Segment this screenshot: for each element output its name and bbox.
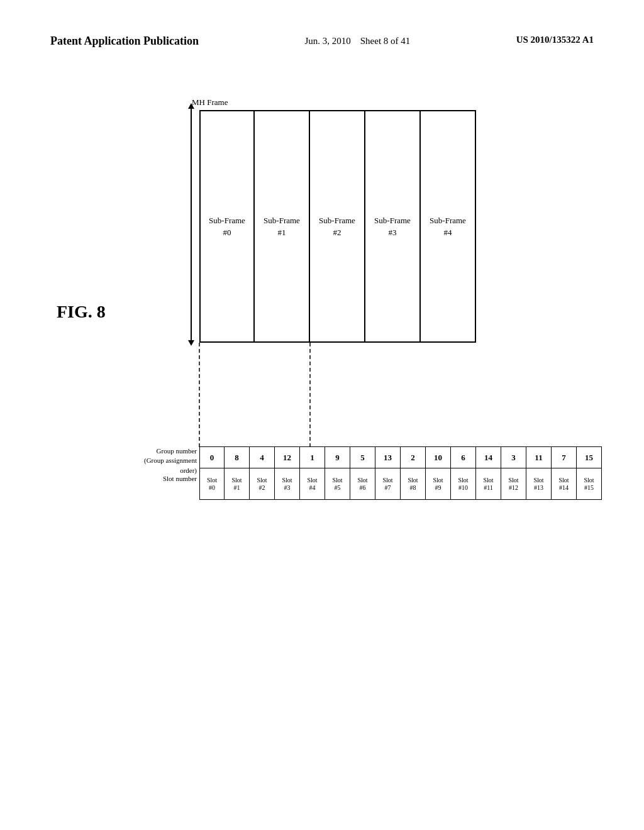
publication-date-sheet: Jun. 3, 2010 Sheet 8 of 41 — [304, 35, 410, 48]
slot-col-15: 15 Slot#15 — [577, 446, 602, 500]
publication-number: US 2010/135322 A1 — [516, 35, 594, 45]
slot-label-4: Slot#4 — [300, 468, 325, 500]
group-num-8: 2 — [401, 446, 426, 468]
publication-title: Patent Application Publication — [50, 35, 199, 48]
slot-label-8: Slot#8 — [401, 468, 426, 500]
slot-label-11: Slot#11 — [476, 468, 501, 500]
group-num-4: 1 — [300, 446, 325, 468]
group-num-9: 10 — [426, 446, 451, 468]
connector-svg — [123, 97, 594, 789]
group-num-1: 8 — [225, 446, 250, 468]
group-num-14: 7 — [552, 446, 577, 468]
slot-label-13: Slot#13 — [526, 468, 552, 500]
slot-label-0: Slot#0 — [199, 468, 225, 500]
diagram-container: MH Frame Sub-Frame#0 Sub-Frame#1 Sub-Fra… — [123, 97, 626, 789]
slot-label-1: Slot#1 — [225, 468, 250, 500]
slot-col-10: 6 Slot#10 — [451, 446, 476, 500]
slot-number-label: Slot number — [123, 475, 197, 482]
group-num-10: 6 — [451, 446, 476, 468]
slot-col-4: 1 Slot#4 — [300, 446, 325, 500]
group-num-0: 0 — [199, 446, 225, 468]
group-num-11: 14 — [476, 446, 501, 468]
group-num-5: 9 — [325, 446, 350, 468]
sheet-info: Sheet 8 of 41 — [360, 36, 411, 46]
group-num-12: 3 — [501, 446, 526, 468]
group-num-6: 5 — [350, 446, 375, 468]
slot-col-8: 2 Slot#8 — [401, 446, 426, 500]
page-header: Patent Application Publication Jun. 3, 2… — [0, 35, 644, 48]
slot-label-7: Slot#7 — [375, 468, 401, 500]
group-num-13: 11 — [526, 446, 552, 468]
figure-label: FIG. 8 — [57, 302, 106, 322]
slot-label-2: Slot#2 — [250, 468, 275, 500]
slot-label-14: Slot#14 — [552, 468, 577, 500]
slot-label-15: Slot#15 — [577, 468, 602, 500]
slot-col-12: 3 Slot#12 — [501, 446, 526, 500]
slots-table: 0 Slot#0 8 Slot#1 4 Slot#2 12 Slot#3 1 S… — [199, 446, 602, 500]
group-number-label: Group number(Group assignmentorder) — [123, 446, 197, 475]
slot-col-2: 4 Slot#2 — [250, 446, 275, 500]
slot-label-3: Slot#3 — [275, 468, 300, 500]
slot-label-12: Slot#12 — [501, 468, 526, 500]
slot-col-13: 11 Slot#13 — [526, 446, 552, 500]
slot-label-6: Slot#6 — [350, 468, 375, 500]
slot-col-9: 10 Slot#9 — [426, 446, 451, 500]
slot-col-0: 0 Slot#0 — [199, 446, 225, 500]
slot-col-6: 5 Slot#6 — [350, 446, 375, 500]
slot-col-11: 14 Slot#11 — [476, 446, 501, 500]
slot-col-1: 8 Slot#1 — [225, 446, 250, 500]
slot-col-14: 7 Slot#14 — [552, 446, 577, 500]
slot-col-3: 12 Slot#3 — [275, 446, 300, 500]
slot-label-5: Slot#5 — [325, 468, 350, 500]
slot-col-7: 13 Slot#7 — [375, 446, 401, 500]
pub-date: Jun. 3, 2010 — [304, 36, 350, 46]
slot-label-9: Slot#9 — [426, 468, 451, 500]
group-num-7: 13 — [375, 446, 401, 468]
group-num-2: 4 — [250, 446, 275, 468]
slot-label-10: Slot#10 — [451, 468, 476, 500]
group-num-3: 12 — [275, 446, 300, 468]
slot-col-5: 9 Slot#5 — [325, 446, 350, 500]
group-num-15: 15 — [577, 446, 602, 468]
